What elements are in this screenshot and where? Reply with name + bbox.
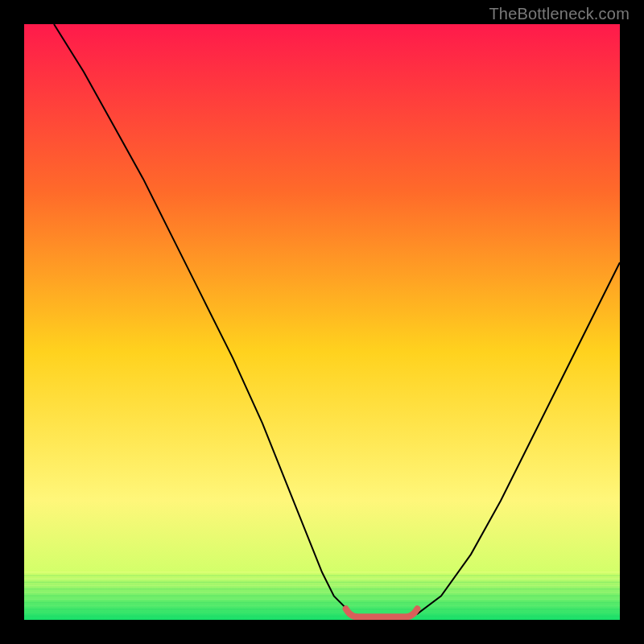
svg-rect-8	[24, 599, 620, 600]
svg-rect-9	[24, 602, 620, 603]
svg-rect-1	[24, 575, 620, 576]
chart-svg	[24, 24, 620, 620]
svg-rect-3	[24, 582, 620, 583]
svg-rect-5	[24, 588, 620, 589]
chart-background	[24, 24, 620, 620]
svg-rect-10	[24, 605, 620, 606]
svg-rect-13	[24, 616, 620, 617]
watermark-text: TheBottleneck.com	[489, 5, 630, 23]
svg-rect-12	[24, 612, 620, 613]
svg-rect-4	[24, 585, 620, 586]
svg-rect-7	[24, 595, 620, 596]
chart-frame: TheBottleneck.com	[0, 0, 644, 644]
svg-rect-6	[24, 592, 620, 592]
svg-rect-2	[24, 578, 620, 579]
svg-rect-11	[24, 609, 620, 609]
chart-plot-area	[24, 24, 620, 620]
